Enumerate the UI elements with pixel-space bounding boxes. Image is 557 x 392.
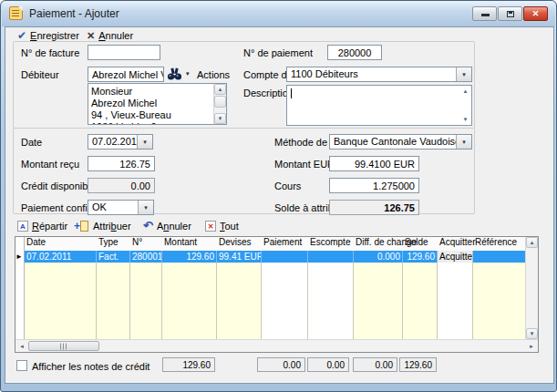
table-vertical-scrollbar[interactable]: ▲ ▼ (525, 237, 538, 339)
close-icon: ✕ (532, 9, 540, 18)
payment-number-input[interactable]: 280000 (327, 45, 382, 60)
address-line: Monsieur (91, 86, 211, 98)
invoice-number-input[interactable] (88, 45, 160, 60)
credit-available-label: Crédit disponible (21, 181, 96, 191)
titlebar[interactable]: Paiement - Ajouter ✕ (2, 1, 555, 26)
amount-received-input[interactable]: 126.75 (88, 156, 155, 171)
cell-date: 07.02.2011 (25, 251, 97, 263)
col-header-diff-change[interactable]: Diff. de change (354, 237, 403, 251)
minimize-button[interactable] (472, 6, 497, 21)
debtor-label: Débiteur (21, 69, 59, 80)
attribuer-button[interactable]: + Attribuer (74, 219, 131, 233)
cell-solde: 129.60 (403, 251, 438, 263)
cell-numero: 280001 (130, 251, 162, 263)
date-label: Date (21, 137, 42, 148)
scroll-left-icon[interactable]: ◄ (16, 341, 27, 351)
scroll-thumb[interactable] (214, 96, 226, 108)
x-icon: ✕ (87, 30, 95, 42)
save-button-label: Enregistrer (30, 30, 79, 41)
repartir-button-label: Répartir (32, 221, 67, 232)
description-scrollbar[interactable]: ▲ ▼ (459, 86, 471, 125)
current-row-marker-icon: ► (15, 251, 25, 263)
show-credit-notes-checkbox[interactable] (16, 360, 27, 371)
actions-label[interactable]: Actions (197, 69, 230, 80)
repartir-button[interactable]: A Répartir (17, 219, 67, 233)
address-scrollbar[interactable]: ▲ ▼ (213, 84, 226, 124)
cell-escompte[interactable] (308, 251, 354, 263)
exchange-rate-input[interactable]: 1.275000 (329, 178, 419, 193)
invoice-number-label: N° de facture (21, 47, 79, 58)
show-credit-notes-label: Afficher les notes de crédit (32, 361, 150, 372)
actions-dropdown-arrow-icon[interactable]: ▾ (186, 70, 190, 77)
chevron-down-icon[interactable]: ▾ (456, 135, 471, 149)
scroll-right-icon[interactable]: ► (526, 341, 537, 351)
invoices-table: Date Type N° Montant Devises Paiement Es… (15, 236, 539, 353)
scroll-down-icon[interactable]: ▼ (459, 114, 471, 125)
scroll-down-icon[interactable]: ▼ (214, 113, 226, 124)
scroll-up-icon[interactable]: ▲ (214, 84, 226, 95)
col-header-date[interactable]: Date (25, 237, 97, 251)
debtor-account-select[interactable]: 1100 Débiteurs ▾ (286, 67, 472, 82)
amount-eur-label: Montant EUR (274, 159, 335, 170)
address-line: 94 , Vieux-Bureau (91, 109, 211, 121)
app-icon (9, 6, 23, 20)
cell-reference[interactable] (473, 251, 526, 263)
acquitter-cell-button[interactable]: Acquitter (438, 251, 473, 263)
cell-paiement[interactable] (262, 251, 308, 263)
annuler-attribution-button[interactable]: ↶ Annuler (143, 219, 191, 233)
col-header-type[interactable]: Type (97, 237, 130, 251)
scroll-up-icon[interactable]: ▲ (459, 86, 471, 97)
amount-eur-input[interactable]: 99.4100 EUR (329, 156, 419, 171)
scroll-up-icon[interactable]: ▲ (526, 237, 538, 248)
balance-to-assign-field: 126.75 (329, 200, 419, 215)
close-button[interactable]: ✕ (523, 6, 548, 21)
check-icon: ✔ (17, 29, 26, 42)
col-header-montant[interactable]: Montant (162, 237, 217, 251)
debtor-address-listbox[interactable]: Monsieur Abrezol Michel 94 , Vieux-Burea… (88, 83, 227, 125)
repartir-icon: A (17, 221, 28, 232)
col-header-devises[interactable]: Devises (217, 237, 262, 251)
table-empty-area (15, 263, 526, 339)
payment-confirmed-select[interactable]: OK ▾ (88, 200, 154, 215)
date-picker[interactable]: 07.02.2011 ▾ (88, 134, 153, 150)
cell-devises: 99.41 EUR (217, 251, 262, 263)
total-escompte-field: 0.00 (307, 357, 349, 372)
total-solde-field: 129.60 (399, 357, 437, 372)
col-header-escompte[interactable]: Escompte (308, 237, 354, 251)
scroll-down-icon[interactable]: ▼ (526, 328, 538, 339)
maximize-icon (507, 11, 514, 17)
col-header-paiement[interactable]: Paiement (262, 237, 308, 251)
binoculars-search-icon[interactable] (167, 67, 182, 81)
maximize-button[interactable] (498, 6, 522, 21)
cell-montant: 129.60 (162, 251, 217, 263)
chevron-down-icon[interactable]: ▾ (138, 201, 153, 214)
total-montant-field: 129.60 (162, 357, 215, 372)
assign-plus-page-icon: + (74, 221, 89, 232)
tout-button-label: Tout (220, 221, 239, 232)
chevron-down-icon[interactable]: ▾ (456, 67, 471, 81)
text-caret (291, 88, 292, 98)
payment-dialog-window: Paiement - Ajouter ✕ ✔ Enregistrer ✕ Ann… (0, 0, 557, 392)
col-header-numero[interactable]: N° (130, 237, 162, 251)
cell-diff-change: 0.000 (354, 251, 403, 263)
annuler-button-label: Annuler (157, 221, 191, 232)
payment-method-select[interactable]: Banque Cantonale Vaudoise EUR Lau ▾ (329, 134, 472, 150)
col-header-solde[interactable]: Solde (403, 237, 438, 251)
undo-arrow-icon: ↶ (143, 221, 153, 232)
chevron-down-icon[interactable]: ▾ (137, 135, 152, 149)
red-x-icon: ✕ (205, 221, 216, 232)
total-paiement-field: 0.00 (257, 357, 305, 372)
description-textarea[interactable]: ▲ ▼ (286, 85, 472, 126)
table-row-selected[interactable]: ► 07.02.2011 Fact. 280001 129.60 99.41 E… (15, 251, 526, 263)
credit-available-field: 0.00 (88, 178, 155, 193)
table-horizontal-scrollbar[interactable]: ◄ ► (15, 339, 538, 352)
col-header-reference[interactable]: Référence (473, 237, 526, 251)
scroll-thumb[interactable] (28, 341, 99, 351)
thumb-grip (60, 343, 67, 349)
tout-button[interactable]: ✕ Tout (205, 219, 239, 233)
col-header-acquitter[interactable]: Acquitter (438, 237, 473, 251)
payment-number-label: N° de paiement (243, 47, 313, 58)
debtor-input[interactable]: Abrezol Michel Verbier (88, 67, 164, 82)
address-line: 1936 Verbier 2 (91, 121, 211, 125)
cancel-button-label: Annuler (98, 30, 133, 41)
